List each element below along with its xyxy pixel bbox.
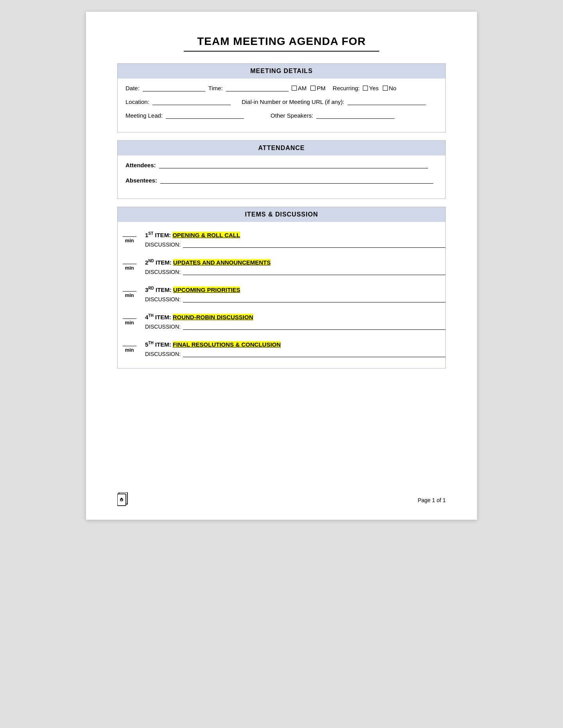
item-1-minutes-field[interactable] bbox=[123, 231, 136, 237]
item-5-title: 5TH ITEM: FINAL RESOLUTIONS & CONCLUSION bbox=[145, 341, 445, 348]
item-2-name: UPDATES AND ANNOUNCEMENTS bbox=[173, 259, 271, 266]
dialin-field[interactable] bbox=[348, 99, 426, 105]
item-5-discussion-field[interactable] bbox=[183, 351, 445, 357]
yes-checkbox-item[interactable]: Yes bbox=[363, 85, 378, 91]
no-checkbox[interactable] bbox=[383, 86, 388, 91]
item-5-min-label: min bbox=[125, 347, 134, 353]
item-1-min-label: min bbox=[125, 238, 134, 243]
agenda-item-5: min 5TH ITEM: FINAL RESOLUTIONS & CONCLU… bbox=[118, 341, 445, 357]
footer-logo: e bbox=[117, 492, 129, 508]
attendees-row: Attendees: bbox=[126, 162, 437, 168]
am-label: AM bbox=[298, 85, 307, 91]
item-2-discussion-label: DISCUSSION: bbox=[145, 269, 181, 275]
items-content: min 1ST ITEM: OPENING & ROLL CALL DISCUS… bbox=[118, 222, 445, 357]
item-2-minutes: min bbox=[118, 259, 141, 271]
item-1-discussion: DISCUSSION: bbox=[145, 241, 445, 248]
item-1-name: OPENING & ROLL CALL bbox=[172, 232, 240, 238]
item-4-title: 4TH ITEM: ROUND-ROBIN DISCUSSION bbox=[145, 313, 445, 320]
item-1-minutes: min bbox=[118, 231, 141, 243]
meeting-details-header: MEETING DETAILS bbox=[118, 64, 445, 79]
main-title: TEAM MEETING AGENDA FOR bbox=[117, 35, 446, 48]
item-5-minutes-field[interactable] bbox=[123, 341, 136, 346]
agenda-item-2: min 2ND ITEM: UPDATES AND ANNOUNCEMENTS … bbox=[118, 259, 445, 275]
item-3-title: 3RD ITEM: UPCOMING PRIORITIES bbox=[145, 286, 445, 293]
attendees-field[interactable] bbox=[159, 162, 428, 168]
item-3-name: UPCOMING PRIORITIES bbox=[173, 286, 240, 293]
title-underline bbox=[184, 51, 379, 52]
item-3-minutes: min bbox=[118, 286, 141, 298]
recurring-label: Recurring: bbox=[333, 85, 360, 91]
svg-text:e: e bbox=[121, 499, 122, 501]
meeting-lead-field[interactable] bbox=[166, 113, 244, 119]
item-2-min-label: min bbox=[125, 265, 134, 271]
footer-page-text: Page 1 of 1 bbox=[418, 497, 446, 503]
item-1-content: 1ST ITEM: OPENING & ROLL CALL DISCUSSION… bbox=[145, 231, 445, 248]
item-3-content: 3RD ITEM: UPCOMING PRIORITIES DISCUSSION… bbox=[145, 286, 445, 302]
location-row: Location: Dial-in Number or Meeting URL … bbox=[126, 98, 437, 105]
item-5-name: FINAL RESOLUTIONS & CONCLUSION bbox=[173, 341, 281, 348]
item-3-min-label: min bbox=[125, 292, 134, 298]
attendance-content: Attendees: Absentees: bbox=[118, 156, 445, 199]
item-5-content: 5TH ITEM: FINAL RESOLUTIONS & CONCLUSION… bbox=[145, 341, 445, 357]
pm-label: PM bbox=[317, 85, 326, 91]
logo-icon: e bbox=[117, 492, 129, 506]
item-3-discussion-field[interactable] bbox=[183, 296, 445, 302]
recurring-group: Yes No bbox=[363, 85, 396, 91]
am-checkbox[interactable] bbox=[292, 86, 297, 91]
item-1-number: 1ST ITEM: bbox=[145, 231, 171, 238]
am-checkbox-item[interactable]: AM bbox=[292, 85, 307, 91]
no-label: No bbox=[389, 85, 396, 91]
date-field[interactable] bbox=[143, 85, 205, 91]
attendees-label: Attendees: bbox=[126, 162, 156, 168]
item-5-discussion-label: DISCUSSION: bbox=[145, 351, 181, 357]
date-label: Date: bbox=[126, 85, 140, 91]
item-4-content: 4TH ITEM: ROUND-ROBIN DISCUSSION DISCUSS… bbox=[145, 313, 445, 330]
absentees-row: Absentees: bbox=[126, 177, 437, 184]
location-field[interactable] bbox=[152, 99, 231, 105]
item-4-discussion-label: DISCUSSION: bbox=[145, 324, 181, 330]
item-2-discussion-field[interactable] bbox=[183, 269, 445, 275]
item-4-number: 4TH ITEM: bbox=[145, 313, 171, 320]
item-5-minutes: min bbox=[118, 341, 141, 353]
location-label: Location: bbox=[126, 98, 149, 105]
item-3-number: 3RD ITEM: bbox=[145, 286, 172, 293]
agenda-item-1: min 1ST ITEM: OPENING & ROLL CALL DISCUS… bbox=[118, 231, 445, 248]
absentees-label: Absentees: bbox=[126, 177, 157, 184]
item-1-discussion-label: DISCUSSION: bbox=[145, 241, 181, 248]
item-2-minutes-field[interactable] bbox=[123, 259, 136, 264]
dialin-label: Dial-in Number or Meeting URL (if any): bbox=[242, 98, 344, 105]
item-4-name: ROUND-ROBIN DISCUSSION bbox=[173, 314, 253, 320]
item-3-discussion-label: DISCUSSION: bbox=[145, 296, 181, 302]
time-field[interactable] bbox=[226, 85, 289, 91]
meeting-details-section: MEETING DETAILS Date: Time: AM PM bbox=[117, 63, 446, 132]
footer: e Page 1 of 1 bbox=[117, 492, 446, 508]
item-2-content: 2ND ITEM: UPDATES AND ANNOUNCEMENTS DISC… bbox=[145, 259, 445, 275]
yes-label: Yes bbox=[369, 85, 378, 91]
item-4-discussion: DISCUSSION: bbox=[145, 324, 445, 330]
item-4-min-label: min bbox=[125, 320, 134, 326]
absentees-field[interactable] bbox=[160, 177, 433, 184]
item-1-title: 1ST ITEM: OPENING & ROLL CALL bbox=[145, 231, 445, 238]
page: TEAM MEETING AGENDA FOR MEETING DETAILS … bbox=[86, 12, 477, 520]
meeting-lead-label: Meeting Lead: bbox=[126, 112, 163, 119]
item-4-minutes: min bbox=[118, 313, 141, 326]
time-label: Time: bbox=[208, 85, 223, 91]
item-1-discussion-field[interactable] bbox=[183, 241, 445, 248]
lead-speakers-row: Meeting Lead: Other Speakers: bbox=[126, 112, 437, 119]
date-time-row: Date: Time: AM PM Recurring: bbox=[126, 85, 437, 91]
item-3-minutes-field[interactable] bbox=[123, 286, 136, 292]
pm-checkbox-item[interactable]: PM bbox=[310, 85, 326, 91]
item-2-discussion: DISCUSSION: bbox=[145, 269, 445, 275]
item-2-title: 2ND ITEM: UPDATES AND ANNOUNCEMENTS bbox=[145, 259, 445, 266]
no-checkbox-item[interactable]: No bbox=[383, 85, 396, 91]
yes-checkbox[interactable] bbox=[363, 86, 368, 91]
item-4-minutes-field[interactable] bbox=[123, 313, 136, 319]
agenda-item-4: min 4TH ITEM: ROUND-ROBIN DISCUSSION DIS… bbox=[118, 313, 445, 330]
pm-checkbox[interactable] bbox=[310, 86, 316, 91]
other-speakers-field[interactable] bbox=[316, 113, 394, 119]
item-5-number: 5TH ITEM: bbox=[145, 341, 171, 348]
item-4-discussion-field[interactable] bbox=[183, 324, 445, 330]
item-3-discussion: DISCUSSION: bbox=[145, 296, 445, 302]
ampm-group: AM PM bbox=[292, 85, 326, 91]
item-5-discussion: DISCUSSION: bbox=[145, 351, 445, 357]
